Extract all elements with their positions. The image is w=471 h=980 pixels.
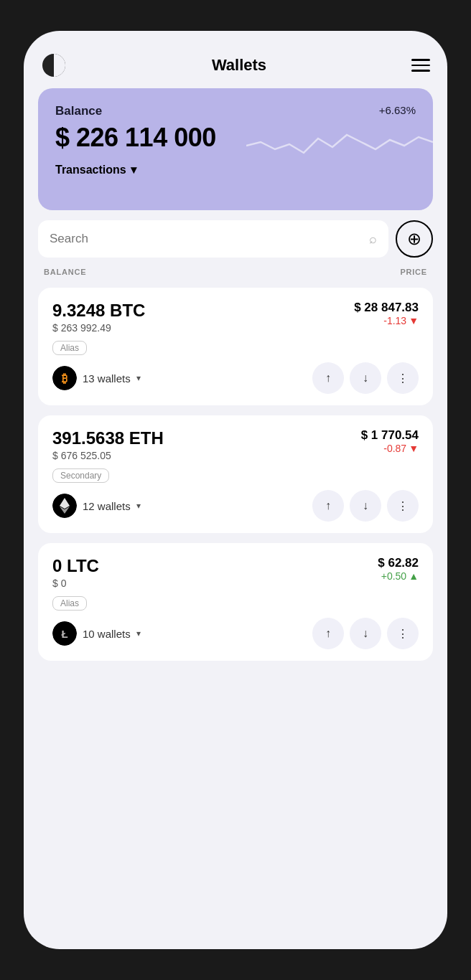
header: Wallets [38,45,433,78]
menu-line-3 [411,70,430,72]
btc-price-block: $ 28 847.83 -1.13 ▼ [354,301,419,326]
down-triangle-icon: ▼ [409,315,419,326]
eth-usd: $ 676 525.05 [52,450,164,461]
download-icon: ↓ [363,372,368,385]
btc-logo: ₿ [52,366,77,390]
balance-label: Balance [55,104,102,118]
upload-icon: ↑ [325,499,331,512]
menu-line-1 [411,59,430,61]
btc-receive-button[interactable]: ↓ [350,362,381,394]
page-title: Wallets [212,56,266,75]
eth-price-block: $ 1 770.54 -0.87 ▼ [361,428,419,454]
ltc-chevron-icon: ▾ [136,628,141,639]
ltc-send-button[interactable]: ↑ [312,618,344,649]
upload-icon: ↑ [325,627,331,640]
btc-more-button[interactable]: ⋮ [387,362,419,394]
search-input-wrapper: ⌕ [38,220,388,258]
ltc-usd: $ 0 [52,578,99,589]
chevron-down-icon: ▾ [131,163,136,176]
ltc-price: $ 62.82 [378,556,419,570]
ltc-price-block: $ 62.82 +0.50 ▲ [378,556,419,582]
download-icon: ↓ [363,627,368,640]
btc-card: 9.3248 BTC $ 263 992.49 $ 28 847.83 -1.1… [38,288,433,405]
ltc-more-button[interactable]: ⋮ [387,618,419,649]
balance-column-header: BALANCE [44,268,86,276]
menu-icon[interactable] [411,59,430,72]
more-dots-icon: ⋮ [397,499,409,513]
more-dots-icon: ⋮ [397,372,409,385]
svg-text:₿: ₿ [62,372,67,385]
ltc-receive-button[interactable]: ↓ [350,618,381,649]
transactions-label: Transactions [55,164,126,176]
sparkline-chart [246,110,433,182]
ltc-change: +0.50 ▲ [378,570,419,582]
upload-icon: ↑ [325,372,331,385]
eth-alias-tag: Secondary [52,468,109,483]
btc-send-button[interactable]: ↑ [312,362,344,394]
down-triangle-icon: ▼ [409,443,419,454]
btc-alias-tag: Alias [52,341,87,355]
btc-usd: $ 263 992.49 [52,322,145,334]
eth-left: 391.5638 ETH $ 676 525.05 [52,428,164,461]
btc-chevron-icon: ▾ [136,373,141,383]
eth-amount: 391.5638 ETH [52,428,164,448]
search-row: ⌕ ⊕ [38,220,433,258]
more-dots-icon: ⋮ [397,627,409,641]
btc-actions: ↑ ↓ ⋮ [312,362,419,394]
btc-left: 9.3248 BTC $ 263 992.49 [52,301,145,334]
eth-chevron-icon: ▾ [136,501,141,511]
search-icon: ⌕ [369,232,377,247]
app-logo [41,52,67,78]
eth-receive-button[interactable]: ↓ [350,490,381,522]
ltc-actions: ↑ ↓ ⋮ [312,618,419,649]
eth-card: 391.5638 ETH $ 676 525.05 $ 1 770.54 -0.… [38,415,433,533]
search-input[interactable] [50,232,362,246]
balance-card: Balance +6.63% $ 226 114 000 Transaction… [38,88,433,210]
up-triangle-icon: ▲ [409,570,419,582]
eth-change: -0.87 ▼ [361,443,419,454]
btc-wallets-count: 13 wallets [83,372,131,385]
ltc-amount: 0 LTC [52,556,99,576]
btc-wallets[interactable]: ₿ 13 wallets ▾ [52,366,141,390]
download-icon: ↓ [363,499,368,512]
eth-send-button[interactable]: ↑ [312,490,344,522]
menu-line-2 [411,65,430,67]
add-wallet-button[interactable]: ⊕ [396,220,433,258]
ltc-alias-tag: Alias [52,596,87,611]
ltc-wallets[interactable]: Ł 10 wallets ▾ [52,621,141,646]
eth-logo [52,494,77,518]
eth-wallets[interactable]: 12 wallets ▾ [52,494,141,518]
price-column-header: PRICE [400,268,427,276]
btc-price: $ 28 847.83 [354,301,419,315]
table-header: BALANCE PRICE [38,268,433,276]
eth-actions: ↑ ↓ ⋮ [312,490,419,522]
eth-more-button[interactable]: ⋮ [387,490,419,522]
plus-icon: ⊕ [407,229,421,249]
btc-amount: 9.3248 BTC [52,301,145,321]
ltc-logo: Ł [52,621,77,646]
ltc-left: 0 LTC $ 0 [52,556,99,589]
transactions-button[interactable]: Transactions ▾ [55,163,136,176]
eth-price: $ 1 770.54 [361,428,419,443]
ltc-wallets-count: 10 wallets [83,628,131,640]
btc-change: -1.13 ▼ [354,315,419,326]
ltc-card: 0 LTC $ 0 $ 62.82 +0.50 ▲ Alias Ł [38,543,433,661]
svg-text:Ł: Ł [61,628,67,640]
eth-wallets-count: 12 wallets [83,500,131,512]
